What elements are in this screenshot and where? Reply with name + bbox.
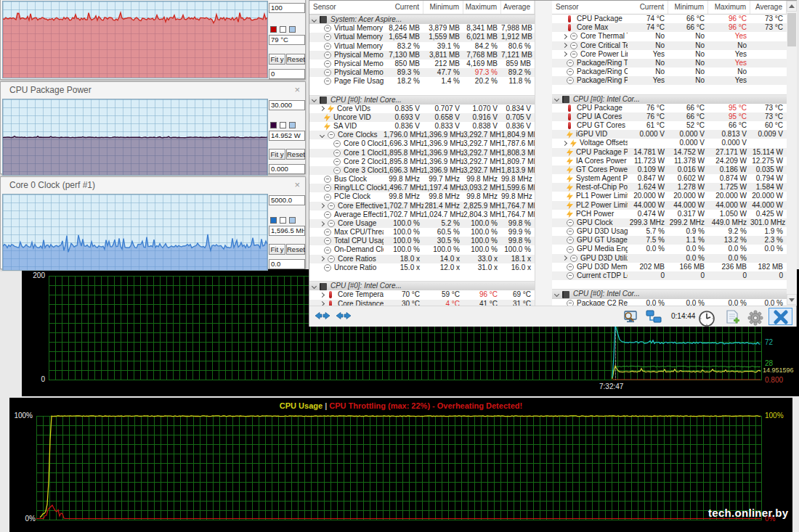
scale-min-box[interactable]: 0 bbox=[269, 69, 305, 79]
expand-icon[interactable] bbox=[320, 256, 325, 261]
sensor-row[interactable]: Virtual Memory Load83.2 %39.1 %84.2 %80.… bbox=[309, 42, 535, 51]
sensor-row[interactable]: Core VIDs0.835 V0.707 V1.070 V0.834 V bbox=[309, 105, 535, 113]
vertical-scrollbar[interactable] bbox=[787, 1, 797, 306]
sensor-row[interactable]: Virtual Memory Com...8,246 MB3,879 MB8,3… bbox=[309, 24, 535, 33]
core-clock-plot[interactable] bbox=[2, 194, 268, 271]
sensor-row[interactable]: PCH Power0.474 W0.317 W1.050 W0.425 W bbox=[552, 210, 787, 218]
column-header[interactable]: Minimum bbox=[423, 1, 463, 14]
expand-icon[interactable] bbox=[562, 52, 567, 57]
sensor-row[interactable]: Core Temperatur...70 °C59 °C96 °C69 °C bbox=[309, 290, 535, 299]
sensor-row[interactable]: GPU D3D Memory D...202 MB166 MB236 MB182… bbox=[552, 263, 787, 271]
window-title[interactable]: Core 0 Clock (perf #1) × bbox=[1, 177, 305, 193]
close-icon[interactable]: × bbox=[294, 82, 300, 98]
sensor-group-row[interactable]: CPU [#0]: Intel Cor... bbox=[552, 94, 787, 104]
expand-icon[interactable] bbox=[562, 34, 567, 39]
current-value-box[interactable]: 14.952 W bbox=[269, 131, 305, 141]
collapse-icon[interactable] bbox=[320, 133, 325, 138]
sensor-row[interactable]: Core 1 Clock (pe...1,895.8 MHz1,396.9 MH… bbox=[309, 149, 535, 157]
sensor-row[interactable]: Core Critical Te...NoNoNo bbox=[552, 41, 787, 50]
expand-icon[interactable] bbox=[562, 43, 567, 48]
sensor-row[interactable]: Uncore Ratio15.0 x12.0 x31.0 x16.0 x bbox=[309, 263, 535, 272]
sensor-row[interactable]: Core Max74 °C66 °C96 °C73 °C bbox=[552, 23, 787, 32]
sensor-row[interactable]: CPU Package76 °C66 °C95 °C73 °C bbox=[552, 104, 787, 112]
column-header[interactable]: Current bbox=[384, 1, 423, 14]
sensor-row[interactable]: Physical Memory Av...850 MB212 MB4,169 M… bbox=[309, 60, 535, 68]
sensor-row[interactable]: Core Usage100.0 %5.2 %100.0 %99.8 % bbox=[309, 219, 535, 228]
sensor-group-row[interactable]: System: Acer Aspire... bbox=[309, 15, 535, 24]
collapse-icon[interactable] bbox=[554, 292, 559, 297]
sensor-row[interactable]: Core Ratios18.0 x14.0 x33.0 x18.1 x bbox=[309, 255, 535, 263]
column-header[interactable]: Minimum bbox=[668, 1, 708, 14]
sensor-row[interactable]: System Agent Power0.847 W0.602 W0.874 W0… bbox=[552, 174, 787, 183]
sensor-row[interactable]: CPU Package Power14.781 W14.752 W27.171 … bbox=[552, 148, 787, 157]
scale-min-box[interactable]: 0.000 bbox=[269, 164, 305, 174]
find-sensor-button[interactable] bbox=[620, 308, 641, 325]
sensor-row[interactable]: Average Effective Cl...1,702.7 MHz1,024.… bbox=[309, 210, 535, 219]
collapse-icon[interactable] bbox=[312, 17, 317, 22]
sensor-row[interactable]: Page File Usage18.2 %1.4 %20.2 %11.8 % bbox=[309, 77, 535, 86]
bg-color-swatch[interactable] bbox=[280, 26, 286, 33]
fill-color-swatch[interactable] bbox=[289, 122, 296, 128]
scrollbar-thumb[interactable] bbox=[787, 13, 796, 46]
sensor-row[interactable]: Physical Memory Load89.3 %47.7 %97.3 %89… bbox=[309, 68, 535, 77]
expand-icon[interactable] bbox=[320, 106, 325, 111]
fit-y-button[interactable]: Fit y bbox=[269, 149, 285, 160]
sensor-row[interactable]: Core Power Limi...YesNoYes bbox=[552, 50, 787, 59]
sensor-row[interactable]: GPU Clock299.3 MHz299.2 MHz449.0 MHz301.… bbox=[552, 218, 787, 227]
expand-columns-button[interactable] bbox=[312, 308, 332, 325]
sensor-row[interactable]: GPU Media Engine U...0.0 %0.0 %0.0 %0.0 … bbox=[552, 245, 787, 253]
reset-button[interactable]: Reset bbox=[286, 149, 305, 160]
settings-gear-button[interactable] bbox=[745, 308, 766, 325]
sensor-row[interactable]: CPU Package74 °C66 °C96 °C73 °C bbox=[552, 15, 787, 23]
collapse-columns-button[interactable] bbox=[333, 308, 353, 325]
collapse-icon[interactable] bbox=[312, 284, 317, 289]
expand-icon[interactable] bbox=[320, 203, 325, 208]
sensor-group-row[interactable]: CPU [#0]: Intel Core... bbox=[309, 95, 535, 105]
sensor-row[interactable]: Package/Ring Critica...NoNoNo bbox=[552, 67, 787, 76]
scroll-down-arrow[interactable] bbox=[787, 294, 797, 305]
line-color-swatch[interactable] bbox=[270, 217, 277, 224]
reset-button[interactable]: Reset bbox=[286, 54, 305, 65]
scroll-up-arrow[interactable] bbox=[787, 1, 797, 12]
sensor-row[interactable]: Package C2 Residency0.0 %0.0 %0.0 %0.0 % bbox=[552, 299, 787, 306]
sensor-row[interactable]: GPU GT Usage7.5 %1.1 %13.2 %2.3 % bbox=[552, 236, 787, 245]
expand-icon[interactable] bbox=[320, 292, 325, 298]
bg-color-swatch[interactable] bbox=[280, 122, 286, 128]
sensor-row[interactable]: Uncore VID0.693 V0.658 V0.916 V0.705 V bbox=[309, 113, 535, 122]
fill-color-swatch[interactable] bbox=[289, 26, 296, 33]
sensor-row[interactable]: PL2 Power Limit44.000 W44.000 W44.000 W4… bbox=[552, 201, 787, 210]
line-color-swatch[interactable] bbox=[270, 26, 277, 33]
sensor-row[interactable]: Core 3 Clock (pe...1,696.3 MHz1,396.9 MH… bbox=[309, 166, 535, 175]
sensor-row[interactable]: Voltage Offsets0.000 V0.000 V bbox=[552, 139, 787, 147]
close-sensors-button[interactable] bbox=[768, 308, 792, 325]
sensor-row[interactable]: Bus Clock99.8 MHz99.7 MHz99.8 MHz99.8 MH… bbox=[309, 175, 535, 184]
sensor-row[interactable]: Current cTDP Level0000 bbox=[552, 271, 787, 280]
sensor-row[interactable]: PL1 Power Limit20.000 W20.000 W20.000 W2… bbox=[552, 192, 787, 200]
sensor-row[interactable]: Core Thermal T...NoNoYes bbox=[552, 32, 787, 41]
current-value-box[interactable]: 1,596.5 MHz bbox=[269, 226, 305, 236]
expand-icon[interactable] bbox=[562, 141, 567, 146]
sensor-row[interactable]: IA Cores Power11.723 W11.378 W24.209 W12… bbox=[552, 157, 787, 165]
sensor-group-row[interactable]: CPU [#0]: Intel Cor... bbox=[552, 289, 787, 298]
sensor-row[interactable]: Package/Ring Power...YesNoYes bbox=[552, 76, 787, 85]
sensor-row[interactable]: CPU IA Cores76 °C66 °C95 °C73 °C bbox=[552, 112, 787, 121]
cpu-temp-plot[interactable] bbox=[2, 1, 268, 78]
sensor-row[interactable]: Core Distance to ...30 °C4 °C41 °C31 °C bbox=[309, 300, 535, 306]
column-header[interactable]: Current bbox=[628, 1, 668, 14]
package-power-plot[interactable] bbox=[2, 99, 268, 176]
scale-max-box[interactable]: 5000.0 bbox=[269, 195, 305, 205]
window-title[interactable]: CPU Package Power × bbox=[1, 82, 305, 98]
sensor-row[interactable]: SA VID0.836 V0.833 V0.838 V0.836 V bbox=[309, 122, 535, 131]
current-value-box[interactable]: 79 °C bbox=[269, 35, 305, 45]
expand-icon[interactable] bbox=[562, 255, 567, 261]
column-header[interactable]: Maximum bbox=[463, 1, 501, 14]
line-color-swatch[interactable] bbox=[270, 122, 277, 128]
column-header[interactable]: Average bbox=[750, 1, 787, 14]
scale-max-box[interactable]: 100 bbox=[269, 3, 305, 13]
sensor-row[interactable]: GPU D3D Usage5.7 %0.9 %9.2 %1.9 % bbox=[552, 227, 787, 236]
sensor-row[interactable]: CPU GT Cores (Grap...61 °C52 °C66 °C60 °… bbox=[552, 121, 787, 130]
expand-icon[interactable] bbox=[320, 221, 325, 226]
sensor-row[interactable]: Ring/LLC Clock1,496.7 MHz1,197.4 MHz3,09… bbox=[309, 184, 535, 192]
column-header[interactable]: Average bbox=[501, 1, 535, 14]
sensor-row[interactable]: Total CPU Usage100.0 %30.5 %100.0 %99.8 … bbox=[309, 237, 535, 245]
